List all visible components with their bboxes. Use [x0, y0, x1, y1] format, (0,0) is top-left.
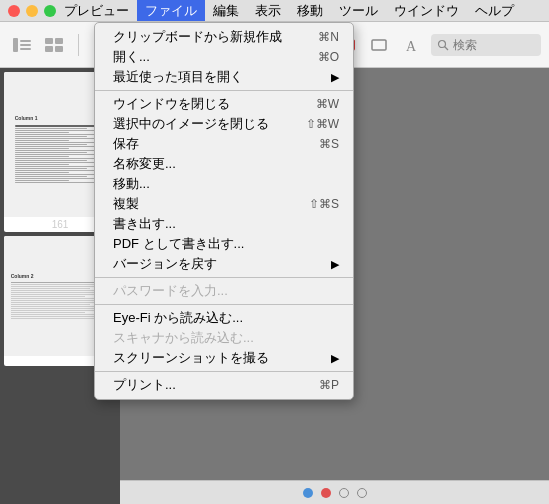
- menu-item-label: ウインドウを閉じる: [113, 95, 230, 113]
- menu-item-label: 保存: [113, 135, 139, 153]
- menu-file[interactable]: ファイル: [137, 0, 205, 21]
- menu-item-label: 選択中のイメージを閉じる: [113, 115, 269, 133]
- menu-move[interactable]: 移動...: [95, 174, 353, 194]
- menu-sep-1: [95, 90, 353, 91]
- menu-item-label: クリップボードから新規作成: [113, 28, 282, 46]
- menu-password[interactable]: パスワードを入力...: [95, 281, 353, 301]
- menu-item-label: スキャナから読み込む...: [113, 329, 254, 347]
- menu-item-label: 開く...: [113, 48, 150, 66]
- menu-screenshot[interactable]: スクリーンショットを撮る ▶: [95, 348, 353, 368]
- menu-export[interactable]: 書き出す...: [95, 214, 353, 234]
- menu-close-image[interactable]: 選択中のイメージを閉じる ⇧⌘W: [95, 114, 353, 134]
- menu-item-label: 名称変更...: [113, 155, 176, 173]
- menu-item-label: 書き出す...: [113, 215, 176, 233]
- menu-item-shortcut: ⌘W: [316, 97, 339, 111]
- file-menu: クリップボードから新規作成 ⌘N 開く... ⌘O 最近使った項目を開く ▶ ウ…: [94, 22, 354, 400]
- menu-item-label: 移動...: [113, 175, 150, 193]
- menu-item-label: 複製: [113, 195, 139, 213]
- menu-item-label: PDF として書き出す...: [113, 235, 244, 253]
- menu-eye-fi[interactable]: Eye-Fi から読み込む...: [95, 308, 353, 328]
- menu-sep-4: [95, 371, 353, 372]
- menu-item-label: スクリーンショットを撮る: [113, 349, 269, 367]
- menu-item-label: パスワードを入力...: [113, 282, 228, 300]
- menu-item-shortcut: ⌘O: [318, 50, 339, 64]
- menu-go[interactable]: 移動: [289, 0, 331, 21]
- menu-item-label: 最近使った項目を開く: [113, 68, 243, 86]
- menu-open-recent[interactable]: 最近使った項目を開く ▶: [95, 67, 353, 87]
- menu-print[interactable]: プリント... ⌘P: [95, 375, 353, 395]
- dropdown-overlay: クリップボードから新規作成 ⌘N 開く... ⌘O 最近使った項目を開く ▶ ウ…: [0, 22, 549, 504]
- menu-help[interactable]: ヘルプ: [467, 0, 522, 21]
- menu-item-shortcut: ⌘S: [319, 137, 339, 151]
- menu-open[interactable]: 開く... ⌘O: [95, 47, 353, 67]
- menu-window[interactable]: ウインドウ: [386, 0, 467, 21]
- submenu-arrow-icon: ▶: [331, 258, 339, 271]
- menu-view[interactable]: 表示: [247, 0, 289, 21]
- menubar: プレビュー ファイル 編集 表示 移動 ツール ウインドウ ヘルプ: [0, 0, 549, 22]
- menu-new-from-clipboard[interactable]: クリップボードから新規作成 ⌘N: [95, 27, 353, 47]
- menu-close-window[interactable]: ウインドウを閉じる ⌘W: [95, 94, 353, 114]
- menu-item-shortcut: ⌘N: [318, 30, 339, 44]
- menu-item-label: バージョンを戻す: [113, 255, 217, 273]
- menu-export-pdf[interactable]: PDF として書き出す...: [95, 234, 353, 254]
- traffic-lights: [8, 5, 56, 17]
- menu-duplicate[interactable]: 複製 ⇧⌘S: [95, 194, 353, 214]
- menu-item-label: Eye-Fi から読み込む...: [113, 309, 243, 327]
- menu-item-label: プリント...: [113, 376, 176, 394]
- submenu-arrow-icon: ▶: [331, 71, 339, 84]
- menu-rename[interactable]: 名称変更...: [95, 154, 353, 174]
- fullscreen-button[interactable]: [44, 5, 56, 17]
- menu-edit[interactable]: 編集: [205, 0, 247, 21]
- minimize-button[interactable]: [26, 5, 38, 17]
- menu-preview[interactable]: プレビュー: [56, 0, 137, 21]
- menu-item-shortcut: ⌘P: [319, 378, 339, 392]
- menu-item-shortcut: ⇧⌘W: [306, 117, 339, 131]
- menu-tools[interactable]: ツール: [331, 0, 386, 21]
- submenu-arrow-icon: ▶: [331, 352, 339, 365]
- menu-scanner[interactable]: スキャナから読み込む...: [95, 328, 353, 348]
- close-button[interactable]: [8, 5, 20, 17]
- menu-item-shortcut: ⇧⌘S: [309, 197, 339, 211]
- menu-sep-3: [95, 304, 353, 305]
- menu-revert[interactable]: バージョンを戻す ▶: [95, 254, 353, 274]
- menu-sep-2: [95, 277, 353, 278]
- menu-save[interactable]: 保存 ⌘S: [95, 134, 353, 154]
